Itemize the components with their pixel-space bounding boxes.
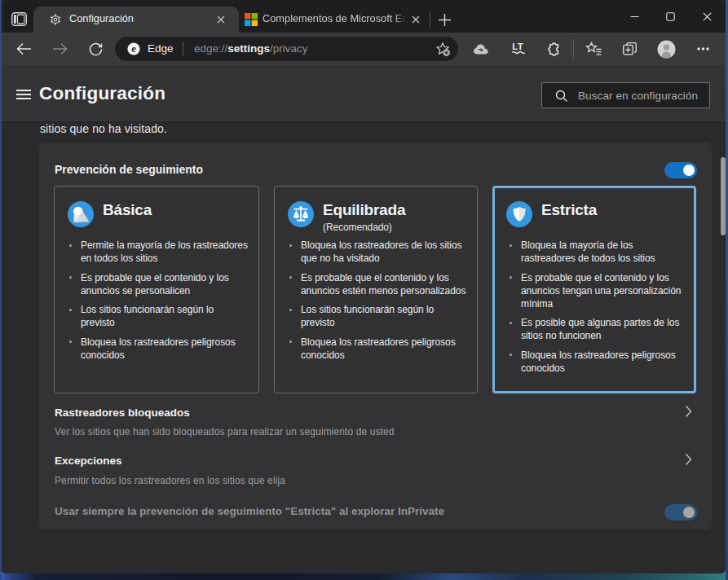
svg-text:LT: LT <box>512 42 523 51</box>
svg-text:e: e <box>131 43 136 55</box>
